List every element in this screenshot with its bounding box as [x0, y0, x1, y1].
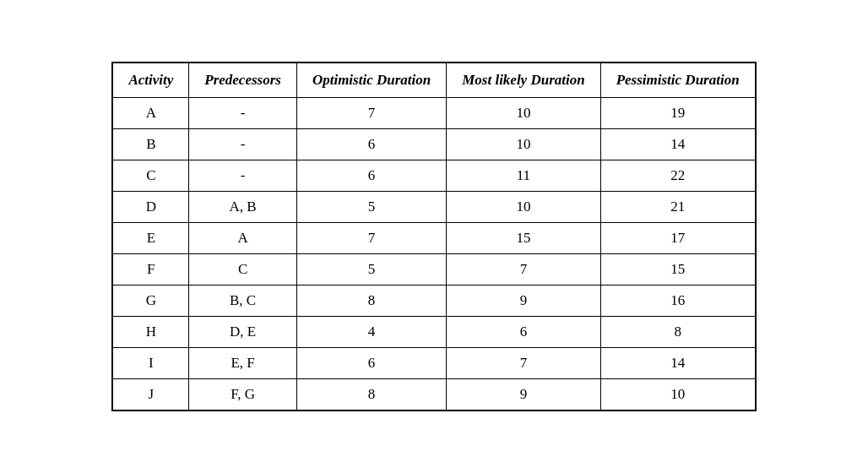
- col-header-pessimistic: Pessimistic Duration: [600, 63, 755, 98]
- table-row: FC5715: [112, 254, 755, 285]
- cell-most-likely: 10: [447, 129, 600, 160]
- header-row: Activity Predecessors Optimistic Duratio…: [112, 63, 755, 98]
- cell-optimistic: 6: [296, 348, 446, 379]
- table-row: C-61122: [112, 160, 755, 192]
- table-row: DA, B51021: [112, 192, 755, 223]
- cell-activity: D: [112, 192, 188, 223]
- cell-optimistic: 8: [296, 379, 446, 411]
- cell-pessimistic: 21: [600, 192, 755, 223]
- table-row: EA71517: [112, 223, 755, 254]
- cell-pessimistic: 16: [600, 285, 755, 317]
- cell-optimistic: 5: [296, 192, 446, 223]
- table-row: JF, G8910: [112, 379, 755, 411]
- cell-predecessors: D, E: [189, 317, 297, 348]
- cell-optimistic: 7: [296, 98, 446, 129]
- cell-most-likely: 7: [447, 348, 600, 379]
- cell-optimistic: 6: [296, 160, 446, 192]
- cell-pessimistic: 14: [600, 129, 755, 160]
- cell-activity: C: [112, 160, 188, 192]
- cell-pessimistic: 8: [600, 317, 755, 348]
- cell-optimistic: 7: [296, 223, 446, 254]
- cell-most-likely: 10: [447, 192, 600, 223]
- cell-predecessors: E, F: [189, 348, 297, 379]
- cell-pessimistic: 15: [600, 254, 755, 285]
- table-row: B-61014: [112, 129, 755, 160]
- cell-predecessors: F, G: [189, 379, 297, 411]
- cell-activity: J: [112, 379, 188, 411]
- col-header-optimistic: Optimistic Duration: [296, 63, 446, 98]
- cell-predecessors: C: [189, 254, 297, 285]
- cell-activity: B: [112, 129, 188, 160]
- project-table: Activity Predecessors Optimistic Duratio…: [111, 62, 756, 411]
- cell-pessimistic: 19: [600, 98, 755, 129]
- cell-activity: F: [112, 254, 188, 285]
- cell-optimistic: 8: [296, 285, 446, 317]
- cell-activity: G: [112, 285, 188, 317]
- cell-predecessors: A: [189, 223, 297, 254]
- cell-pessimistic: 14: [600, 348, 755, 379]
- cell-predecessors: B, C: [189, 285, 297, 317]
- table-container: Activity Predecessors Optimistic Duratio…: [95, 45, 773, 428]
- table-row: GB, C8916: [112, 285, 755, 317]
- cell-pessimistic: 22: [600, 160, 755, 192]
- cell-pessimistic: 17: [600, 223, 755, 254]
- cell-activity: H: [112, 317, 188, 348]
- cell-activity: E: [112, 223, 188, 254]
- table-row: A-71019: [112, 98, 755, 129]
- cell-activity: I: [112, 348, 188, 379]
- table-row: IE, F6714: [112, 348, 755, 379]
- cell-most-likely: 10: [447, 98, 600, 129]
- cell-most-likely: 7: [447, 254, 600, 285]
- cell-most-likely: 9: [447, 285, 600, 317]
- cell-optimistic: 5: [296, 254, 446, 285]
- cell-pessimistic: 10: [600, 379, 755, 411]
- cell-predecessors: -: [189, 98, 297, 129]
- col-header-predecessors: Predecessors: [189, 63, 297, 98]
- cell-optimistic: 4: [296, 317, 446, 348]
- cell-activity: A: [112, 98, 188, 129]
- cell-predecessors: -: [189, 129, 297, 160]
- table-body: A-71019B-61014C-61122DA, B51021EA71517FC…: [112, 98, 755, 411]
- cell-predecessors: A, B: [189, 192, 297, 223]
- table-row: HD, E468: [112, 317, 755, 348]
- col-header-activity: Activity: [112, 63, 188, 98]
- cell-most-likely: 9: [447, 379, 600, 411]
- cell-most-likely: 15: [447, 223, 600, 254]
- col-header-most-likely: Most likely Duration: [447, 63, 600, 98]
- cell-most-likely: 6: [447, 317, 600, 348]
- cell-predecessors: -: [189, 160, 297, 192]
- cell-most-likely: 11: [447, 160, 600, 192]
- cell-optimistic: 6: [296, 129, 446, 160]
